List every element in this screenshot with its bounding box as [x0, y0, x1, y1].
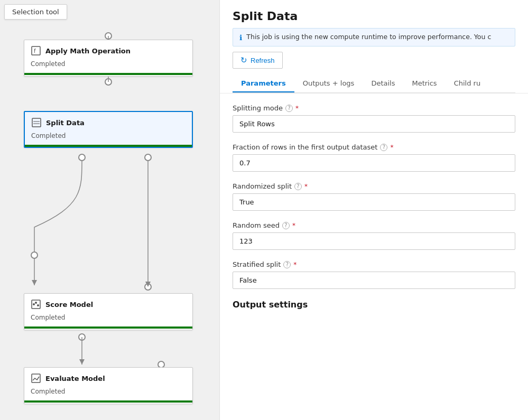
param-label-splitting-mode: Splitting mode [233, 104, 283, 112]
tabs-bar: Parameters Outputs + logs Details Metric… [233, 75, 515, 93]
help-icon-splitting-mode[interactable]: ? [285, 105, 293, 112]
param-random-seed: Random seed ? * 123 [233, 221, 515, 250]
refresh-button[interactable]: ↻ Refresh [233, 52, 283, 69]
refresh-icon: ↻ [240, 55, 247, 65]
info-icon: ℹ [239, 33, 242, 42]
svg-marker-11 [79, 359, 85, 365]
svg-rect-14 [32, 118, 41, 127]
help-icon-random-seed[interactable]: ? [282, 222, 290, 229]
node-apply-math[interactable]: f Apply Math Operation Completed [24, 40, 193, 77]
param-stratified-split: Stratified split ? * False [233, 260, 515, 289]
node-title-score-model: Score Model [45, 301, 93, 309]
required-randomized-split: * [304, 183, 308, 190]
param-value-splitting-mode: Split Rows [233, 115, 515, 133]
output-settings-title: Output settings [233, 300, 515, 310]
svg-point-20 [37, 304, 39, 306]
parameters-content: Splitting mode ? * Split Rows Fraction o… [220, 94, 528, 420]
node-status-bar [24, 400, 192, 403]
svg-text:f: f [34, 48, 36, 54]
detail-panel: Split Data ℹ This job is using the new c… [219, 0, 528, 420]
detail-header: Split Data ℹ This job is using the new c… [220, 0, 528, 94]
required-fraction-rows: * [390, 144, 393, 151]
node-status-evaluate-model: Completed [24, 387, 192, 399]
node-status-bar [24, 326, 192, 329]
node-title-split-data: Split Data [46, 119, 85, 127]
required-stratified-split: * [293, 261, 297, 268]
param-value-randomized-split: True [233, 193, 515, 211]
help-icon-randomized-split[interactable]: ? [294, 183, 302, 190]
pipeline-canvas: Selection tool f Apply [0, 0, 219, 420]
help-icon-fraction-rows[interactable]: ? [380, 144, 387, 151]
svg-point-19 [35, 302, 37, 304]
info-banner: ℹ This job is using the new compute runt… [233, 28, 515, 46]
selection-tool[interactable]: Selection tool [4, 4, 67, 20]
svg-rect-12 [32, 46, 40, 55]
param-value-random-seed: 123 [233, 232, 515, 250]
refresh-label: Refresh [251, 57, 275, 64]
required-splitting-mode: * [295, 105, 299, 112]
svg-marker-9 [32, 280, 37, 285]
tab-child-runs[interactable]: Child ru [446, 75, 489, 92]
svg-point-18 [33, 303, 35, 305]
svg-point-4 [145, 154, 151, 161]
module-icon [31, 373, 41, 384]
module-icon [31, 299, 41, 310]
param-label-random-seed: Random seed [233, 221, 280, 229]
module-icon: f [31, 45, 41, 56]
node-title-apply-math: Apply Math Operation [45, 47, 131, 55]
param-fraction-rows: Fraction of rows in the first output dat… [233, 143, 515, 172]
tab-metrics[interactable]: Metrics [403, 75, 445, 92]
node-status-apply-math: Completed [24, 59, 192, 72]
node-split-data[interactable]: Split Data Completed [24, 111, 193, 148]
param-label-randomized-split: Randomized split [233, 182, 292, 190]
required-random-seed: * [292, 222, 295, 229]
param-value-stratified-split: False [233, 272, 515, 289]
node-status-bar [24, 73, 192, 75]
node-evaluate-model[interactable]: Evaluate Model Completed [24, 367, 193, 404]
svg-point-3 [79, 154, 85, 161]
param-randomized-split: Randomized split ? * True [233, 182, 515, 211]
node-title-evaluate-model: Evaluate Model [45, 375, 105, 382]
node-score-model[interactable]: Score Model Completed [24, 293, 193, 330]
param-label-stratified-split: Stratified split [233, 260, 281, 268]
param-label-fraction-rows: Fraction of rows in the first output dat… [233, 143, 377, 151]
selection-tool-label: Selection tool [12, 8, 59, 16]
tab-details[interactable]: Details [363, 75, 403, 92]
module-icon [31, 117, 42, 128]
svg-point-5 [31, 252, 38, 258]
node-status-bar [25, 145, 192, 147]
tab-parameters[interactable]: Parameters [233, 75, 294, 92]
svg-rect-21 [32, 374, 40, 382]
info-text: This job is using the new compute runtim… [246, 33, 491, 41]
param-splitting-mode: Splitting mode ? * Split Rows [233, 104, 515, 133]
detail-title: Split Data [233, 10, 515, 23]
param-value-fraction-rows: 0.7 [233, 154, 515, 172]
help-icon-stratified-split[interactable]: ? [283, 261, 291, 268]
node-status-split-data: Completed [25, 131, 192, 144]
node-status-score-model: Completed [24, 313, 192, 325]
tab-outputs-logs[interactable]: Outputs + logs [294, 75, 363, 92]
